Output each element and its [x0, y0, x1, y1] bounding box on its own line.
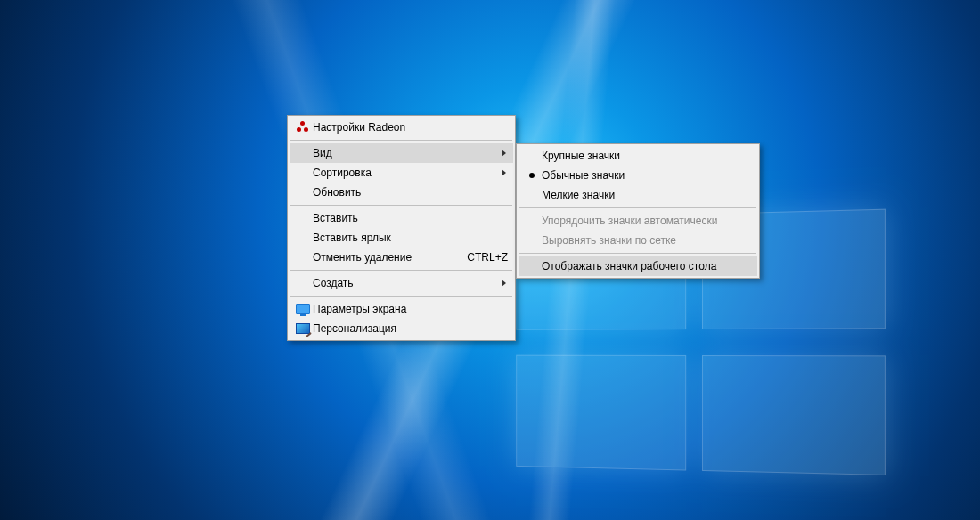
menu-label: Выровнять значки по сетке: [542, 234, 752, 247]
view-submenu: Крупные значки Обычные значки Мелкие зна…: [516, 143, 760, 279]
menu-label: Мелкие значки: [542, 189, 752, 201]
menu-item-view[interactable]: Вид: [290, 143, 513, 163]
menu-separator: [290, 140, 512, 141]
menu-item-new[interactable]: Создать: [290, 273, 513, 293]
menu-item-auto-arrange[interactable]: Упорядочить значки автоматически: [519, 211, 757, 231]
menu-label: Сортировка: [313, 167, 508, 179]
menu-item-display-settings[interactable]: Параметры экрана: [290, 299, 513, 319]
menu-item-paste-shortcut[interactable]: Вставить ярлык: [290, 228, 513, 248]
menu-shortcut: CTRL+Z: [451, 251, 508, 264]
menu-item-personalize[interactable]: Персонализация: [290, 319, 513, 338]
menu-label: Отменить удаление: [313, 251, 451, 264]
submenu-arrow-icon: [502, 280, 506, 287]
radeon-icon: [293, 121, 313, 134]
menu-item-paste[interactable]: Вставить: [290, 208, 513, 228]
menu-item-radeon-settings[interactable]: Настройки Radeon: [290, 118, 513, 137]
menu-label: Персонализация: [313, 322, 508, 335]
menu-separator: [290, 296, 512, 297]
menu-label: Вставить ярлык: [313, 232, 508, 244]
menu-item-small-icons[interactable]: Мелкие значки: [519, 185, 757, 205]
radio-selected-icon: [522, 173, 542, 178]
personalize-icon: [293, 323, 313, 334]
menu-item-align-grid[interactable]: Выровнять значки по сетке: [519, 231, 757, 250]
menu-item-medium-icons[interactable]: Обычные значки: [519, 166, 757, 185]
menu-item-sort[interactable]: Сортировка: [290, 163, 513, 183]
menu-label: Вставить: [313, 212, 508, 224]
submenu-arrow-icon: [502, 150, 506, 157]
submenu-arrow-icon: [502, 169, 506, 176]
menu-item-show-desktop-icons[interactable]: Отображать значки рабочего стола: [519, 256, 757, 276]
desktop-context-menu: Настройки Radeon Вид Сортировка Обновить…: [287, 115, 516, 341]
menu-label: Настройки Radeon: [313, 121, 508, 134]
menu-label: Упорядочить значки автоматически: [542, 215, 752, 227]
menu-separator: [519, 253, 756, 254]
display-icon: [293, 304, 313, 314]
menu-item-refresh[interactable]: Обновить: [290, 183, 513, 202]
menu-separator: [290, 205, 512, 206]
menu-item-large-icons[interactable]: Крупные значки: [519, 146, 757, 166]
menu-label: Создать: [313, 277, 508, 289]
menu-separator: [290, 270, 512, 271]
menu-label: Крупные значки: [542, 150, 752, 162]
menu-label: Вид: [313, 147, 508, 159]
menu-label: Параметры экрана: [313, 303, 508, 315]
menu-label: Отображать значки рабочего стола: [542, 260, 752, 272]
menu-separator: [519, 207, 756, 208]
menu-label: Обновить: [313, 186, 508, 199]
menu-label: Обычные значки: [542, 169, 752, 182]
menu-item-undo-delete[interactable]: Отменить удаление CTRL+Z: [290, 248, 513, 267]
